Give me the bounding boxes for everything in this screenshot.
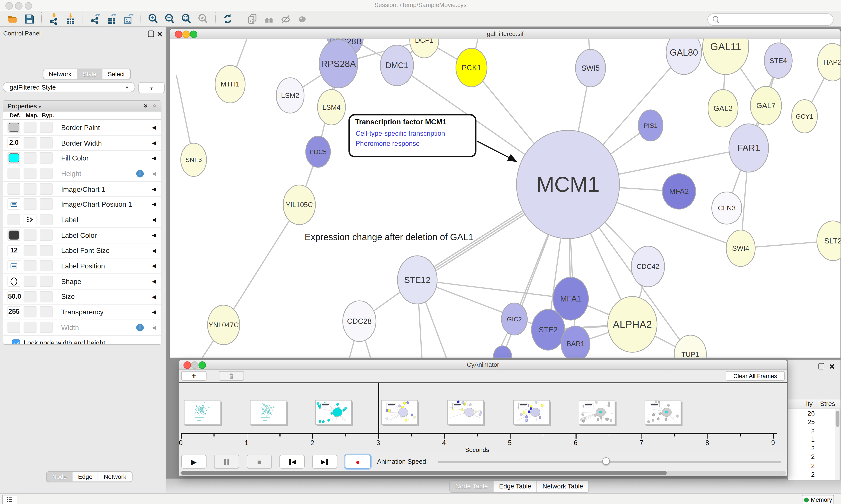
duplicate-network-icon[interactable] <box>244 12 261 26</box>
network-node-cln3[interactable]: CLN3 <box>712 192 742 224</box>
network-node-cdc28[interactable]: CDC28 <box>343 301 376 342</box>
property-def-cell[interactable] <box>7 122 20 133</box>
property-map-cell[interactable] <box>24 214 37 225</box>
network-node-far1[interactable]: FAR1 <box>729 124 769 172</box>
network-node-cdc42[interactable]: CDC42 <box>631 246 664 287</box>
first-neighbors-icon[interactable] <box>261 12 277 26</box>
style-property-row[interactable]: 50.0Size◀ <box>3 289 161 305</box>
record-button[interactable]: ● <box>345 455 371 469</box>
network-node-gal7[interactable]: GAL7 <box>750 86 782 125</box>
animation-speed-knob[interactable] <box>602 457 609 465</box>
network-node-snf3[interactable]: SNF3 <box>181 143 207 177</box>
table-row[interactable]: 1 <box>788 435 835 444</box>
network-node-gcy1[interactable]: GCY1 <box>792 100 818 133</box>
network-canvas[interactable]: RPS28BDCP1RPS28ADMC1PCK1SWI5GAL80GAL11ST… <box>170 38 841 358</box>
property-def-cell[interactable]: 50.0 <box>7 291 20 302</box>
property-map-cell[interactable] <box>24 245 37 256</box>
zoom-in-icon[interactable] <box>145 12 161 26</box>
zoom-out-icon[interactable] <box>161 12 178 26</box>
export-network-icon[interactable] <box>87 12 104 26</box>
add-frame-button[interactable]: + <box>181 371 207 381</box>
hide-selected-icon[interactable] <box>277 12 294 26</box>
property-byp-cell[interactable] <box>40 152 53 164</box>
import-table-icon[interactable] <box>62 12 79 26</box>
tab-node[interactable]: Node <box>47 472 72 482</box>
collapse-all-icon[interactable]: « <box>151 104 159 108</box>
property-def-cell[interactable] <box>7 322 20 333</box>
collapse-row-icon[interactable]: ◀ <box>152 201 156 207</box>
property-def-cell[interactable] <box>7 168 20 179</box>
property-def-cell[interactable]: 255 <box>7 306 20 318</box>
annotation-callout[interactable]: Transcription factor MCM1Cell-type-speci… <box>349 115 516 161</box>
style-property-row[interactable]: Border Paint◀ <box>3 120 161 136</box>
property-map-cell[interactable] <box>24 199 37 210</box>
style-property-row[interactable]: Label Position◀ <box>3 258 161 274</box>
network-node-lsm2[interactable]: LSM2 <box>276 78 304 113</box>
property-map-cell[interactable] <box>24 260 37 271</box>
float-panel-icon[interactable] <box>148 30 154 39</box>
timeline-playhead[interactable] <box>378 383 379 433</box>
float-panel-icon[interactable] <box>819 362 824 372</box>
table-row[interactable]: 2 <box>788 453 835 462</box>
export-image-icon[interactable] <box>120 12 137 26</box>
play-button[interactable]: ▶ <box>181 455 207 469</box>
frames-scrollbar[interactable] <box>180 471 786 475</box>
property-map-cell[interactable] <box>24 230 37 240</box>
skip-to-start-button[interactable]: ◀ <box>280 455 305 469</box>
property-map-cell[interactable] <box>24 168 37 179</box>
open-session-icon[interactable] <box>4 12 21 26</box>
collapse-row-icon[interactable]: ◀ <box>152 324 156 330</box>
style-property-row[interactable]: 2.0Border Width◀ <box>3 136 161 151</box>
network-node-mfa2[interactable]: MFA2 <box>662 174 696 209</box>
import-network-icon[interactable] <box>46 12 62 26</box>
network-node-alpha2[interactable]: ALPHA2 <box>608 296 657 352</box>
network-window-titlebar[interactable]: galFiltered.sif <box>170 29 840 39</box>
property-byp-cell[interactable] <box>40 306 53 318</box>
show-all-icon[interactable] <box>294 12 310 26</box>
property-map-cell[interactable] <box>24 291 37 302</box>
network-node-swi4[interactable]: SWI4 <box>726 230 755 267</box>
property-def-cell[interactable]: 2.0 <box>7 137 20 148</box>
network-node-pdc5[interactable]: PDC5 <box>306 136 330 167</box>
network-node-rps28a[interactable]: RPS28A <box>319 40 358 88</box>
tab-network[interactable]: Network <box>98 472 132 482</box>
style-property-row[interactable]: Image/Chart Position 1◀ <box>3 197 161 212</box>
refresh-layout-icon[interactable] <box>219 12 236 26</box>
stop-button[interactable]: ■ <box>247 455 272 469</box>
style-options-button[interactable]: ▾ <box>139 82 165 93</box>
property-def-cell[interactable] <box>7 214 20 225</box>
animator-frame-thumbnail-5[interactable] <box>513 400 550 425</box>
expand-all-icon[interactable]: » <box>142 104 150 108</box>
collapse-row-icon[interactable]: ◀ <box>152 155 156 161</box>
table-row[interactable]: 2 <box>788 470 835 479</box>
network-node-lsm4[interactable]: LSM4 <box>318 90 345 125</box>
network-node-ste2[interactable]: STE2 <box>532 309 565 350</box>
network-node-bar1[interactable]: BAR1 <box>561 326 590 358</box>
table-row[interactable]: 2 <box>788 462 835 470</box>
table-row[interactable]: 2 <box>788 427 835 435</box>
style-property-row[interactable]: Label Color◀ <box>3 228 161 243</box>
skip-to-end-button[interactable]: ▶ <box>312 455 337 469</box>
style-property-row[interactable]: 255Transparency◀ <box>3 305 161 320</box>
network-node-gal80[interactable]: GAL80 <box>666 38 702 74</box>
network-node-dcp1[interactable]: DCP1 <box>410 38 439 58</box>
network-node-swi5[interactable]: SWI5 <box>576 49 606 87</box>
cyanimator-titlebar[interactable]: CyAnimator <box>179 360 787 370</box>
network-node-pis1[interactable]: PIS1 <box>638 110 663 141</box>
tab-edge[interactable]: Edge <box>72 472 98 482</box>
lock-size-checkbox[interactable] <box>12 339 20 345</box>
style-property-row[interactable]: 12Label Font Size◀ <box>3 243 161 258</box>
memory-button[interactable]: Memory <box>802 495 834 504</box>
animator-frame-thumbnail-2[interactable] <box>316 400 352 425</box>
network-node-ste4[interactable]: STE4 <box>764 43 792 78</box>
table-row[interactable]: 2 <box>788 479 835 480</box>
table-scrollbar[interactable] <box>835 409 839 480</box>
property-def-cell[interactable] <box>7 152 20 164</box>
close-panel-icon[interactable] <box>829 362 835 372</box>
info-icon[interactable]: i <box>136 324 144 331</box>
tab-network-table[interactable]: Network Table <box>537 481 589 492</box>
style-selector[interactable]: galFiltered Style ▾ <box>3 82 135 92</box>
property-map-cell[interactable] <box>24 183 37 194</box>
collapse-row-icon[interactable]: ◀ <box>152 140 156 146</box>
network-node-hap2[interactable]: HAP2 <box>817 43 841 81</box>
